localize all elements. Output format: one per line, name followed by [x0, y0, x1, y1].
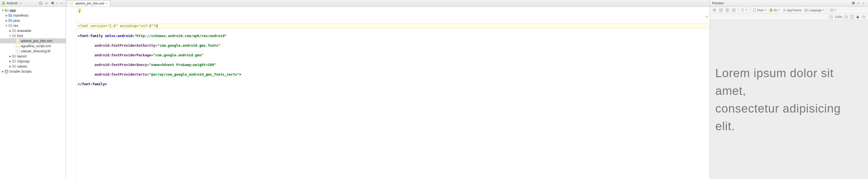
api-label: 26 — [774, 8, 777, 12]
folder-icon — [12, 59, 16, 63]
language-label: Language — [809, 8, 822, 12]
tree-node-file-caesar[interactable]: T caesar_dressing.ttf — [0, 49, 66, 54]
tree-node-java[interactable]: ▶ java — [0, 18, 66, 23]
svg-text:<>: <> — [17, 45, 19, 47]
close-icon[interactable]: × — [105, 2, 108, 5]
zoom-bar: 110% — [710, 14, 868, 20]
refresh-button[interactable] — [712, 8, 717, 12]
layout-variants-icon[interactable]: ▼ — [829, 8, 838, 12]
svg-rect-33 — [727, 8, 729, 11]
folder-icon — [8, 24, 12, 28]
expand-arrow-icon[interactable]: ▶ — [8, 60, 12, 63]
expand-arrow-icon[interactable]: ▶ — [8, 65, 12, 68]
preview-toolbar: ▼ Pixel▼ 26▼ AppTheme Language▼ ▼ — [710, 7, 868, 14]
tree-label: caesar_dressing.ttf — [21, 49, 50, 53]
tree-node-font[interactable]: ▼ font — [0, 33, 66, 38]
code-token: <?xml version="1.0" encoding="utf-8"?> — [78, 24, 157, 28]
svg-point-40 — [784, 10, 785, 11]
hide-icon[interactable] — [861, 1, 866, 6]
editor-gutter[interactable] — [66, 7, 76, 179]
tree-node-app[interactable]: ▼ app — [0, 8, 66, 13]
tree-node-manifests[interactable]: ▶ manifests — [0, 13, 66, 18]
chevron-down-icon[interactable]: ▼ — [56, 2, 58, 5]
theme-picker[interactable]: AppTheme — [781, 8, 803, 12]
code-area[interactable]: ✔ <?xml version="1.0" encoding="utf-8"?>… — [76, 7, 710, 179]
gradle-icon — [4, 69, 8, 74]
settings-icon[interactable] — [851, 1, 856, 6]
code-token: > — [239, 72, 241, 77]
zoom-out-button[interactable] — [829, 15, 833, 19]
code-token: "@array/com_google_android_gms_fonts_cer… — [149, 72, 239, 77]
code-token: "http://schemas.android.com/apk/res/andr… — [134, 34, 226, 38]
fit-to-screen-button[interactable] — [850, 15, 854, 19]
xml-file-icon: <> — [16, 44, 20, 48]
svg-rect-12 — [12, 29, 14, 30]
pan-button[interactable] — [856, 15, 860, 19]
tree-node-res[interactable]: ▼ res — [0, 23, 66, 28]
svg-rect-24 — [12, 59, 14, 61]
tree-label: mipmap — [17, 59, 29, 63]
tree-node-mipmap[interactable]: ▶ mipmap — [0, 59, 66, 64]
tree-label: drawable — [17, 29, 31, 33]
api-picker[interactable]: 26▼ — [768, 8, 781, 12]
expand-arrow-icon[interactable]: ▶ — [5, 14, 8, 17]
project-panel: Android ▼ ▼ ▼ app ▶ manifests ▶ java — [0, 0, 66, 179]
editor-panel: <> advent_pro_thin.xml × 💡 ✔ <?xml versi… — [66, 0, 710, 179]
module-icon — [4, 8, 8, 12]
svg-point-4 — [5, 10, 6, 11]
tree-node-file-advent[interactable]: <> advent_pro_thin.xml — [0, 38, 66, 43]
settings-icon[interactable] — [50, 1, 55, 6]
chevron-down-icon[interactable]: ▼ — [857, 2, 860, 5]
hide-icon[interactable] — [59, 1, 64, 6]
code-token: <font-family — [78, 34, 105, 38]
code-token: android:fontProviderPackage — [95, 53, 151, 57]
tree-node-file-aguafina[interactable]: <> aguafina_script.xml — [0, 43, 66, 49]
viewport-grid-icon[interactable] — [718, 8, 724, 12]
tree-node-gradle[interactable]: ▶ Gradle Scripts — [0, 69, 66, 74]
svg-rect-30 — [863, 3, 865, 3]
expand-arrow-icon[interactable]: ▶ — [5, 19, 8, 22]
svg-rect-3 — [5, 8, 6, 10]
expand-arrow-icon[interactable]: ▼ — [8, 35, 12, 37]
layers-button[interactable] — [862, 15, 866, 19]
folder-icon — [12, 64, 16, 68]
preview-line: Lorem ipsum dolor sit amet, — [715, 64, 863, 100]
orientation-button[interactable]: ▼ — [740, 8, 748, 12]
xml-file-icon: <> — [69, 1, 73, 6]
android-icon — [2, 1, 5, 5]
code-token: "name=Advent Pro&amp;weight=100" — [149, 63, 216, 67]
code-editor[interactable]: 💡 ✔ <?xml version="1.0" encoding="utf-8"… — [66, 7, 710, 179]
font-file-icon: T — [16, 49, 20, 53]
code-token: </font-family> — [78, 82, 107, 86]
tree-node-values[interactable]: ▶ values — [0, 64, 66, 69]
device-label: Pixel — [757, 8, 764, 12]
viewport-columns-icon[interactable] — [724, 8, 730, 12]
collapse-icon[interactable] — [38, 1, 43, 6]
project-view-label[interactable]: Android — [6, 1, 18, 5]
tree-node-layout[interactable]: ▶ layout — [0, 54, 66, 59]
project-tree[interactable]: ▼ app ▶ manifests ▶ java ▼ res ▶ drawabl… — [0, 7, 66, 179]
viewport-rows-icon[interactable] — [731, 8, 737, 12]
expand-arrow-icon[interactable]: ▶ — [8, 55, 12, 58]
tree-node-drawable[interactable]: ▶ drawable — [0, 28, 66, 33]
expand-arrow-icon[interactable]: ▶ — [8, 29, 12, 32]
svg-rect-34 — [733, 8, 735, 10]
folder-icon — [8, 19, 12, 23]
preview-title: Preview — [712, 1, 723, 5]
expand-arrow-icon[interactable]: ▶ — [1, 70, 4, 73]
svg-rect-42 — [830, 9, 831, 11]
expand-arrow-icon[interactable]: ▼ — [1, 9, 4, 12]
svg-rect-36 — [742, 8, 743, 11]
code-token: android:fontProviderCerts — [95, 72, 147, 77]
device-picker[interactable]: Pixel▼ — [751, 8, 768, 12]
editor-tab[interactable]: <> advent_pro_thin.xml × — [67, 0, 110, 6]
svg-rect-10 — [8, 24, 10, 25]
expand-arrow-icon[interactable]: ▼ — [5, 24, 8, 27]
language-picker[interactable]: Language▼ — [803, 8, 826, 12]
code-token: "com.google.android.gms.fonts" — [157, 43, 220, 48]
zoom-in-button[interactable] — [844, 15, 848, 19]
code-token: android:fontProviderQuery — [95, 63, 147, 67]
svg-rect-32 — [726, 8, 727, 11]
chevron-down-icon[interactable]: ▼ — [20, 2, 22, 5]
divide-icon[interactable] — [44, 1, 49, 6]
